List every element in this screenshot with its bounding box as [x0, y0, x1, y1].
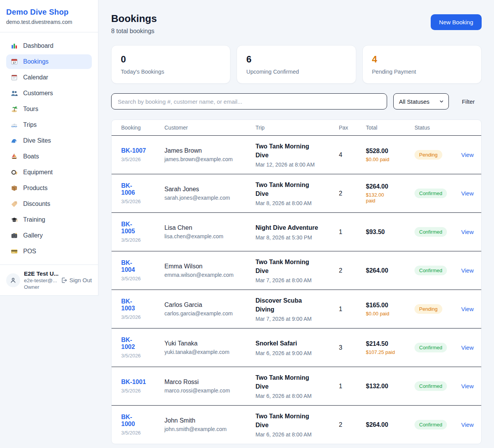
tag-icon [11, 200, 18, 207]
status-badge: Confirmed [414, 343, 447, 352]
sidebar-item-bookings[interactable]: 17 Bookings [6, 54, 92, 69]
page-title-block: Bookings 8 total bookings [111, 13, 157, 35]
col-header-trip: Trip [246, 125, 329, 131]
table-row: BK-10023/5/2026 Yuki Tanakayuki.tanaka@e… [112, 328, 481, 367]
sidebar-item-label: Discounts [23, 200, 50, 207]
sidebar-item-boats[interactable]: Boats [6, 149, 92, 164]
sidebar-item-pos[interactable]: POS [6, 244, 92, 259]
package-icon [11, 185, 18, 192]
trip-name: Two Tank Morning Dive [255, 180, 320, 198]
trip-name: Two Tank Morning Dive [255, 258, 320, 275]
customer-name: Marco Rossi [164, 379, 243, 386]
view-link[interactable]: View [461, 421, 474, 428]
booking-id-link[interactable]: BK-1002 [121, 337, 143, 350]
graduation-cap-icon [11, 216, 18, 223]
view-link[interactable]: View [461, 306, 474, 312]
chevron-down-icon [439, 99, 444, 104]
total-amount: $214.50 [366, 340, 402, 347]
status-badge: Confirmed [414, 266, 447, 275]
sidebar-item-dive-sites[interactable]: Dive Sites [6, 133, 92, 148]
table-row: BK-10063/5/2026 Sarah Jonessarah.jones@e… [112, 174, 481, 212]
search-input[interactable] [111, 93, 387, 109]
sidebar-item-trips[interactable]: Trips [6, 118, 92, 132]
trip-datetime: Mar 6, 2026 at 9:00 AM [255, 350, 326, 356]
col-header-customer: Customer [155, 125, 246, 131]
col-header-total: Total [356, 125, 405, 131]
table-row: BK-10073/5/2026 James Brownjames.brown@e… [112, 135, 481, 174]
booking-id-link[interactable]: BK-1000 [121, 414, 143, 428]
trip-name: Two Tank Morning Dive [255, 412, 320, 429]
booking-id-link[interactable]: BK-1006 [121, 182, 143, 196]
sidebar: Demo Dive Shop demo.test.divestreams.com… [0, 0, 98, 296]
stat-value: 0 [121, 54, 221, 65]
total-amount: $132.00 [366, 383, 402, 390]
sidebar-item-label: Training [23, 216, 45, 223]
camera-icon [11, 232, 18, 239]
table-row: BK-10013/5/2026 Marco Rossimarco.rossi@e… [112, 367, 481, 405]
sidebar-item-customers[interactable]: Customers [6, 86, 92, 101]
sidebar-item-dashboard[interactable]: Dashboard [6, 39, 92, 53]
sidebar-item-tours[interactable]: Tours [6, 102, 92, 116]
sidebar-item-label: Dashboard [23, 42, 53, 49]
view-link[interactable]: View [461, 344, 474, 351]
new-booking-button[interactable]: New Booking [431, 14, 482, 30]
paid-amount: $107.25 paid [366, 349, 402, 355]
status-badge: Pending [414, 304, 442, 314]
total-bookings-count: 8 total bookings [111, 28, 157, 35]
user-name: E2E Test U... [24, 270, 57, 277]
customer-email: james.brown@example.com [164, 156, 243, 162]
booking-id-link[interactable]: BK-1004 [121, 259, 143, 273]
sidebar-item-label: Boats [23, 153, 39, 160]
sidebar-item-gallery[interactable]: Gallery [6, 228, 92, 243]
booking-id-link[interactable]: BK-1003 [121, 298, 143, 312]
calendar-date-icon: 17 [11, 58, 18, 65]
trip-datetime: Mar 6, 2026 at 8:00 AM [255, 431, 326, 438]
stat-label: Upcoming Confirmed [246, 69, 346, 75]
sidebar-item-label: Dive Sites [23, 137, 51, 144]
customer-name: Yuki Tanaka [164, 340, 243, 347]
total-amount: $165.00 [366, 302, 402, 309]
booking-id-link[interactable]: BK-1005 [121, 221, 143, 235]
booking-date: 3/5/2026 [121, 314, 152, 320]
trip-name: Discover Scuba Diving [255, 296, 320, 314]
table-row: BK-10043/5/2026 Emma Wilsonemma.wilson@e… [112, 251, 481, 290]
customer-email: carlos.garcia@example.com [164, 310, 243, 317]
sidebar-item-discounts[interactable]: Discounts [6, 197, 92, 211]
people-icon [11, 90, 18, 97]
customer-name: James Brown [164, 147, 243, 154]
status-badge: Confirmed [414, 420, 447, 429]
booking-id-link[interactable]: BK-1001 [121, 379, 146, 386]
view-link[interactable]: View [461, 152, 474, 158]
filter-button[interactable]: Filter [455, 95, 482, 108]
sailboat-icon [11, 153, 18, 160]
shop-name: Demo Dive Shop [6, 8, 92, 17]
sidebar-item-label: Products [23, 185, 47, 192]
stat-card-upcoming-confirmed: 6 Upcoming Confirmed [237, 45, 356, 84]
stat-card-pending-payment: 4 Pending Payment [362, 45, 482, 84]
booking-id-link[interactable]: BK-1007 [121, 147, 146, 154]
page-header: Bookings 8 total bookings New Booking [111, 13, 482, 35]
customer-name: John Smith [164, 417, 243, 424]
user-email: e2e-tester@... [24, 278, 57, 283]
view-link[interactable]: View [461, 267, 474, 274]
view-link[interactable]: View [461, 229, 474, 235]
sidebar-item-equipment[interactable]: Equipment [6, 165, 92, 180]
status-filter-value: All Statuses [399, 98, 430, 105]
trip-datetime: Mar 7, 2026 at 8:00 AM [255, 277, 326, 283]
customer-email: john.smith@example.com [164, 426, 243, 432]
status-filter-select[interactable]: All Statuses [393, 93, 449, 109]
view-link[interactable]: View [461, 190, 474, 197]
sidebar-item-products[interactable]: Products [6, 181, 92, 195]
stat-card-todays-bookings: 0 Today's Bookings [111, 45, 230, 84]
sign-out-button[interactable]: Sign Out [61, 277, 92, 283]
booking-date: 3/5/2026 [121, 430, 152, 436]
view-link[interactable]: View [461, 383, 474, 389]
total-amount: $264.00 [366, 267, 402, 274]
sidebar-item-calendar[interactable]: Calendar [6, 70, 92, 85]
island-icon [11, 106, 18, 113]
customer-name: Sarah Jones [164, 186, 243, 193]
person-icon [10, 277, 17, 284]
sidebar-item-training[interactable]: Training [6, 212, 92, 227]
user-box: E2E Test U... e2e-tester@... Owner Sign … [0, 264, 98, 295]
sidebar-item-label: Gallery [23, 232, 43, 239]
